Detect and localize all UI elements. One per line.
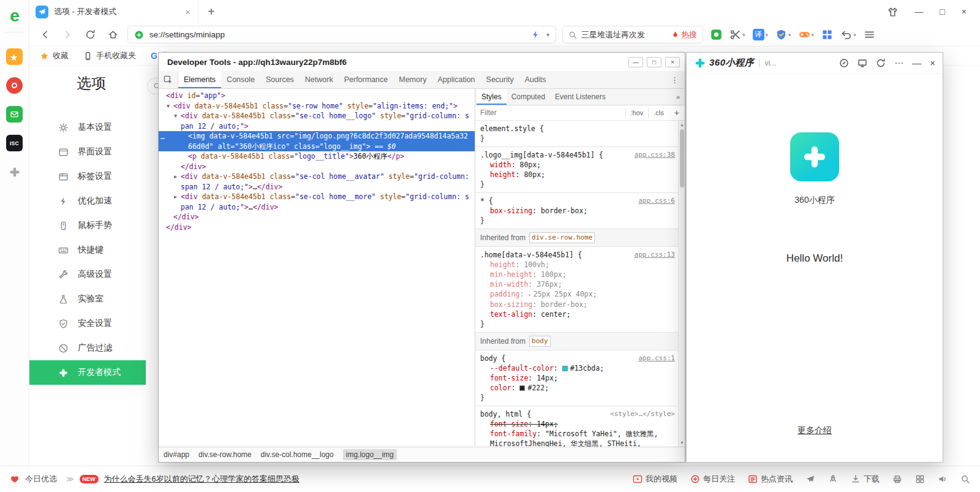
devtools-tab-console[interactable]: Console bbox=[221, 71, 260, 88]
css-property[interactable]: --default-color: #13cbda; bbox=[480, 363, 674, 373]
miniapp-gray-icon[interactable] bbox=[6, 164, 23, 180]
css-property[interactable]: min-height: 100px; bbox=[480, 270, 674, 279]
devtools-tab-elements[interactable]: Elements bbox=[178, 71, 221, 88]
settings-menu-item[interactable]: 优化加速 bbox=[29, 189, 146, 213]
styles-tab-computed[interactable]: Computed bbox=[507, 89, 550, 105]
translate-button[interactable]: 译▾ bbox=[753, 29, 769, 40]
scroll-down-icon[interactable]: ▼ bbox=[679, 439, 685, 446]
refresh-icon[interactable] bbox=[876, 58, 886, 68]
css-property[interactable]: box-sizing: border-box; bbox=[480, 206, 674, 216]
devtools-tab-performance[interactable]: Performance bbox=[339, 71, 394, 88]
star-app-icon[interactable]: ★ bbox=[6, 48, 23, 65]
follow-button[interactable]: 每日关注 bbox=[690, 474, 735, 485]
minimize-icon[interactable]: — bbox=[912, 58, 921, 67]
headline-link[interactable]: 为什么会丢失6岁以前的记忆？心理学家的答案细思恐极 bbox=[104, 474, 300, 485]
daily-picks-label[interactable]: 今日优选 bbox=[25, 474, 57, 485]
stylesheet-link[interactable]: app.css:13 bbox=[635, 250, 675, 260]
scissors-button[interactable]: ▾ bbox=[729, 29, 745, 40]
refresh-button[interactable] bbox=[83, 28, 97, 42]
monitor-icon[interactable] bbox=[858, 58, 867, 68]
settings-menu-item[interactable]: 鼠标手势 bbox=[29, 213, 146, 238]
dom-node[interactable]: </div> bbox=[159, 212, 475, 222]
window-minimize-button[interactable]: — bbox=[914, 7, 923, 17]
heart-icon[interactable] bbox=[10, 474, 20, 484]
chevron-down-icon[interactable]: ▾ bbox=[546, 31, 549, 38]
green-app-button[interactable] bbox=[710, 29, 722, 40]
devtools-tab-security[interactable]: Security bbox=[481, 71, 519, 88]
collapse-icon[interactable]: ≫ bbox=[66, 475, 74, 483]
dom-node[interactable]: ▶<div data-v-584e45b1 class="se-col home… bbox=[159, 192, 475, 212]
dom-node[interactable]: </div> bbox=[159, 222, 475, 233]
new-tab-button[interactable]: + bbox=[208, 5, 215, 19]
more-intro-link[interactable]: 更多介绍 bbox=[687, 425, 943, 436]
expand-shorthand-icon[interactable]: ▸ bbox=[528, 292, 531, 298]
dom-node-selected[interactable]: …<img data-v-584e45b1 src="img/logo.png?… bbox=[159, 131, 475, 151]
mail-app-icon[interactable] bbox=[6, 106, 23, 123]
css-property[interactable]: font-size: 14px; bbox=[480, 419, 674, 429]
breadcrumb-item[interactable]: div#app bbox=[164, 450, 189, 459]
css-property[interactable]: height: 80px; bbox=[480, 170, 674, 180]
devtools-tab-sources[interactable]: Sources bbox=[260, 71, 300, 88]
color-swatch[interactable] bbox=[562, 366, 568, 371]
browser-tab[interactable]: 选项 - 开发者模式 × bbox=[29, 0, 198, 23]
css-property[interactable]: padding: ▸25px 25px 40px; bbox=[480, 289, 674, 300]
news-button[interactable]: 热点资讯 bbox=[748, 474, 793, 485]
tab-close-icon[interactable]: × bbox=[184, 7, 192, 17]
undo-button[interactable]: ▾ bbox=[840, 29, 856, 40]
styles-overflow-icon[interactable]: » bbox=[676, 93, 685, 100]
devtools-tab-application[interactable]: Application bbox=[432, 71, 480, 88]
bookmark-item[interactable]: 手机收藏夹 bbox=[83, 50, 136, 61]
inherited-node-link[interactable]: body bbox=[529, 336, 551, 347]
devtools-tab-memory[interactable]: Memory bbox=[393, 71, 432, 88]
rocket-button[interactable] bbox=[828, 474, 838, 484]
rule-selector[interactable]: element.style { bbox=[480, 124, 674, 134]
inspect-element-button[interactable] bbox=[159, 71, 178, 88]
more-actions-icon[interactable]: … bbox=[160, 132, 165, 142]
new-style-rule-button[interactable]: + bbox=[669, 108, 685, 118]
address-bar[interactable]: se://settings/miniapp ▾ bbox=[127, 26, 556, 44]
lightning-icon[interactable] bbox=[531, 30, 540, 39]
devtools-close-button[interactable]: × bbox=[665, 57, 680, 67]
styles-filter-input[interactable] bbox=[475, 108, 625, 117]
css-property[interactable]: text-align: center; bbox=[480, 309, 674, 319]
speaker-button[interactable] bbox=[938, 474, 948, 484]
hover-state-button[interactable]: :hov bbox=[625, 108, 649, 118]
search2-button[interactable] bbox=[960, 474, 970, 484]
styles-scrollbar[interactable]: ▲ ▼ bbox=[678, 121, 685, 447]
apps-grid-button[interactable] bbox=[821, 29, 833, 40]
breadcrumb-item[interactable]: img.logo__img bbox=[343, 449, 397, 460]
bookmark-item[interactable]: 收藏 bbox=[40, 50, 69, 61]
printer-button[interactable] bbox=[892, 474, 902, 484]
css-property[interactable]: font-size: 14px; bbox=[480, 373, 674, 383]
class-toggle-button[interactable]: .cls bbox=[648, 108, 669, 118]
close-icon[interactable]: × bbox=[930, 58, 935, 67]
window-maximize-button[interactable]: □ bbox=[940, 7, 944, 17]
styles-tab-event-listeners[interactable]: Event Listeners bbox=[550, 89, 611, 105]
collapse-arrow-icon[interactable]: ▼ bbox=[167, 101, 173, 112]
css-property[interactable]: min-width: 376px; bbox=[480, 279, 674, 289]
settings-menu-item[interactable]: 实验室 bbox=[29, 287, 146, 311]
shield-ext-button[interactable]: ▾ bbox=[775, 29, 791, 40]
compass-icon[interactable] bbox=[839, 58, 849, 68]
dom-node[interactable]: <div id="app"> bbox=[159, 91, 475, 101]
settings-menu-item[interactable]: 快捷键 bbox=[29, 238, 146, 262]
devtools-tab-audits[interactable]: Audits bbox=[519, 71, 552, 88]
collapse-arrow-icon[interactable]: ▼ bbox=[174, 111, 181, 121]
scrollbar-thumb[interactable] bbox=[680, 129, 684, 187]
url-text[interactable]: se://settings/miniapp bbox=[149, 30, 531, 39]
dom-node[interactable]: </div> bbox=[159, 162, 475, 172]
hot-search-label[interactable]: 热搜 bbox=[681, 29, 697, 40]
search-box[interactable]: 三星堆遗址再次发 热搜 bbox=[562, 26, 703, 44]
css-property[interactable]: height: 100vh; bbox=[480, 260, 674, 270]
forward-button[interactable] bbox=[60, 28, 75, 42]
grid2-button[interactable] bbox=[915, 474, 925, 484]
css-property[interactable]: width: 80px; bbox=[480, 160, 674, 170]
miniapp-titlebar[interactable]: 360小程序 | vi... ⋯—× bbox=[687, 53, 943, 74]
scroll-up-icon[interactable]: ▲ bbox=[679, 121, 685, 128]
home-button[interactable] bbox=[105, 28, 120, 42]
css-property[interactable]: color: #222; bbox=[480, 383, 674, 393]
browser-logo[interactable]: e bbox=[0, 0, 29, 32]
settings-menu-item[interactable]: 开发者模式 bbox=[29, 360, 146, 385]
dom-node[interactable]: ▼<div data-v-584e45b1 class="se-col home… bbox=[159, 111, 475, 131]
more-dots-icon[interactable]: ⋯ bbox=[894, 58, 903, 67]
